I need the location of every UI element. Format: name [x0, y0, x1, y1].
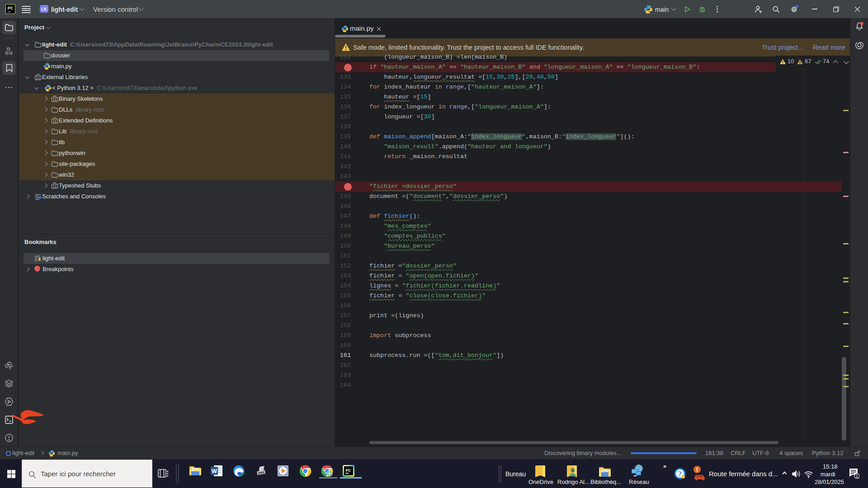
svg-text:1: 1	[856, 474, 859, 479]
svg-text:?: ?	[678, 470, 682, 478]
svg-text:W: W	[212, 468, 217, 474]
svg-text:PC: PC	[346, 468, 351, 473]
svg-text:!: !	[696, 467, 698, 473]
